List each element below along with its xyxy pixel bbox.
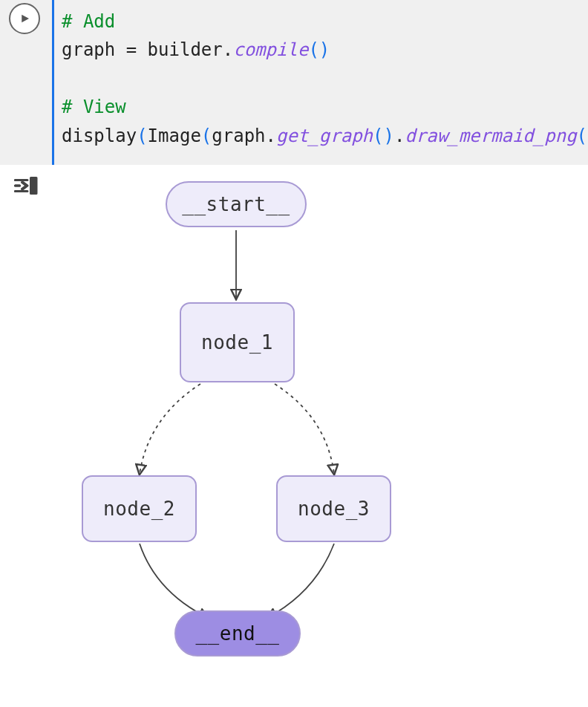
code-editor[interactable]: # Add graph = builder.compile() # View d… [52,0,588,165]
output-gutter [0,165,52,692]
graph-diagram: __start__ node_1 node_2 node_3 __end__ [59,180,431,670]
play-icon [18,12,31,25]
output-toggle-icon[interactable] [12,172,39,199]
code-token: = [115,39,147,60]
svg-rect-0 [31,177,37,193]
graph-node-1: node_1 [180,302,295,382]
graph-node-start: __start__ [166,181,307,227]
code-token: compile [233,39,308,60]
code-token: graph [212,126,265,146]
code-token: . [223,39,233,60]
run-button[interactable] [9,3,40,34]
graph-edges [59,180,431,670]
code-token: ( [137,126,147,146]
code-token: get_graph [276,126,373,146]
code-cell: # Add graph = builder.compile() # View d… [0,0,588,165]
code-token: . [394,126,405,146]
code-token: () [373,126,394,146]
graph-node-3: node_3 [276,475,391,542]
graph-node-2: node_2 [82,475,197,542]
code-token: graph [62,39,115,60]
graph-node-end: __end__ [174,610,301,656]
code-token: () [577,126,588,146]
code-token: draw_mermaid_png [405,126,576,146]
code-token: . [266,126,276,146]
output-area: __start__ node_1 node_2 node_3 __end__ [52,165,588,692]
code-comment: # Add [62,11,115,32]
code-token: () [308,39,330,60]
code-token: builder [148,39,223,60]
code-comment: # View [62,97,126,117]
code-token: Image [148,126,201,146]
output-row: __start__ node_1 node_2 node_3 __end__ [0,165,588,692]
code-token: ( [201,126,212,146]
code-token: display [62,126,137,146]
gutter [0,0,52,165]
